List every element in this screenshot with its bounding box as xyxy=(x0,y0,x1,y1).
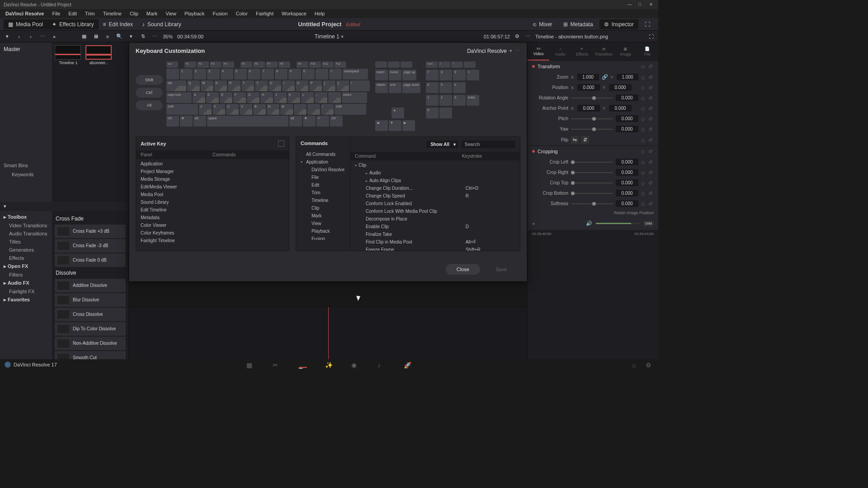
volume-slider[interactable] xyxy=(596,223,640,224)
tree-item[interactable]: Audio Transitions xyxy=(0,230,52,238)
timeline-tracks[interactable] xyxy=(129,307,527,361)
keyboard-key[interactable]: F2 xyxy=(197,61,209,68)
tree-item[interactable]: Filters xyxy=(0,271,52,279)
list-item[interactable]: Playback xyxy=(296,227,350,235)
command-row[interactable]: ▸Auto Align Clips xyxy=(350,177,520,184)
list-item[interactable]: Trim xyxy=(296,189,350,197)
dropdown-icon[interactable]: ▾ xyxy=(4,33,11,40)
value-input[interactable]: 0.000 xyxy=(577,84,600,91)
keyboard-key[interactable] xyxy=(401,61,412,68)
preset-dropdown[interactable]: DaVinci Resolve xyxy=(467,48,507,54)
keyboard-key[interactable]: caps lock xyxy=(166,92,192,103)
keyboard-key[interactable]: . xyxy=(439,108,452,118)
keyboard-key[interactable]: F xyxy=(233,92,246,103)
keyboard-key[interactable]: T xyxy=(241,80,254,91)
menu-edit[interactable]: Edit xyxy=(65,10,80,17)
command-row[interactable]: Conform Lock Enabled xyxy=(350,200,520,207)
keyboard-key[interactable]: enter xyxy=(467,95,479,106)
tab-file[interactable]: 📄File xyxy=(637,42,658,61)
list-item[interactable]: Timeline xyxy=(296,197,350,204)
keyboard-key[interactable]: \ xyxy=(350,80,370,91)
options-icon[interactable]: ⋯ xyxy=(515,48,520,54)
keyboard-key[interactable]: num xyxy=(426,61,438,68)
menu-clip[interactable]: Clip xyxy=(126,10,142,17)
panel-toggle-icon[interactable]: ▾ xyxy=(4,203,6,209)
keyboard-key[interactable]: alt xyxy=(289,116,302,127)
slider[interactable] xyxy=(571,203,613,204)
keyboard-key[interactable]: Z xyxy=(199,104,212,115)
keyboard-key[interactable]: ▲ xyxy=(392,108,404,118)
enable-dot[interactable] xyxy=(532,65,535,68)
value-input[interactable]: 1.000 xyxy=(577,74,599,80)
value-input[interactable]: 0.000 xyxy=(616,200,638,207)
keyboard-key[interactable]: 7 xyxy=(426,70,439,80)
keyboard-key[interactable]: [ xyxy=(323,80,335,91)
value-input[interactable]: 0.000 xyxy=(616,179,638,186)
minimize-icon[interactable]: — xyxy=(627,2,633,7)
slider[interactable] xyxy=(571,183,613,183)
flip-v-icon[interactable]: ⇵ xyxy=(581,136,589,144)
keyboard-key[interactable]: ≡ xyxy=(316,116,329,127)
keyboard-key[interactable]: W xyxy=(201,80,213,91)
alt-modifier[interactable]: Alt xyxy=(136,100,163,110)
menu-fairlight[interactable]: Fairlight xyxy=(252,10,277,17)
keyboard-key[interactable]: 9 xyxy=(288,69,301,80)
checkbox[interactable] xyxy=(278,141,284,147)
keyboard-key[interactable]: 2 xyxy=(439,95,452,106)
inspector-timeline[interactable] xyxy=(528,239,658,361)
slider[interactable] xyxy=(571,118,613,119)
keyboard-key[interactable]: 4 xyxy=(221,69,233,80)
filter-dropdown[interactable]: Show All ▾ xyxy=(427,141,458,148)
keyboard-key[interactable]: Q xyxy=(187,80,200,91)
view-thumb-icon[interactable]: ▦ xyxy=(80,33,88,40)
keyboard-key[interactable]: esc xyxy=(166,61,178,68)
effect-item[interactable]: Dip To Color Dissolve xyxy=(55,322,126,336)
keyboard-key[interactable]: Y xyxy=(255,80,268,91)
next-icon[interactable]: › xyxy=(27,33,34,40)
deliver-page-icon[interactable]: 🚀 xyxy=(404,361,412,368)
keyboard-key[interactable]: O xyxy=(296,80,308,91)
maximize-icon[interactable]: □ xyxy=(638,2,644,7)
tab-effects[interactable]: ✦Effects xyxy=(571,42,593,61)
flip-h-icon[interactable]: ⇋ xyxy=(571,136,579,144)
keyboard-key[interactable]: / xyxy=(439,61,450,68)
keyboard-key[interactable]: - xyxy=(464,61,476,68)
value-input[interactable]: 0.000 xyxy=(609,105,632,112)
menu-trim[interactable]: Trim xyxy=(81,10,99,17)
keyframe-icon[interactable]: ◇ xyxy=(641,201,646,206)
ctrl-modifier[interactable]: Ctrl xyxy=(136,88,163,98)
value-input[interactable]: 0.000 xyxy=(609,84,632,91)
view-list-icon[interactable]: ≡ xyxy=(104,33,111,40)
search-input[interactable]: Search xyxy=(461,141,515,148)
list-item[interactable]: Metadata xyxy=(136,214,289,221)
save-button[interactable]: Save xyxy=(485,264,518,275)
keyframe-icon[interactable]: ◇ xyxy=(641,191,646,196)
keyboard-key[interactable] xyxy=(375,61,387,68)
effect-item[interactable]: Cross Fade 0 dB xyxy=(55,253,126,267)
menu-timeline[interactable]: Timeline xyxy=(99,10,125,17)
keyboard-key[interactable]: ◀ xyxy=(375,120,388,131)
value-input[interactable]: 0.000 xyxy=(577,105,600,112)
effect-item[interactable]: Non-Additive Dissolve xyxy=(55,337,126,350)
list-item[interactable]: Mark xyxy=(296,212,350,220)
keyboard-key[interactable]: M xyxy=(280,104,293,115)
tree-item[interactable]: ▸ Open FX xyxy=(0,262,52,271)
keyframe-icon[interactable]: ◇ xyxy=(641,170,646,175)
more3-icon[interactable]: ⋯ xyxy=(524,33,532,40)
list-item[interactable]: Media Pool xyxy=(136,191,289,198)
keyboard-key[interactable]: K xyxy=(288,92,300,103)
keyboard-key[interactable]: . xyxy=(307,104,320,115)
keyframe-icon[interactable]: ◇ xyxy=(641,85,646,90)
keyboard-key[interactable] xyxy=(388,61,400,68)
home-icon[interactable]: ⌂ xyxy=(632,361,640,368)
speaker-icon[interactable]: 🔊 xyxy=(586,221,592,226)
keyboard-key[interactable]: ▼ xyxy=(389,120,401,131)
playhead[interactable] xyxy=(328,307,329,361)
reset-icon[interactable]: ↺ xyxy=(648,191,654,196)
command-row[interactable]: Enable ClipD xyxy=(350,223,520,230)
value-input[interactable]: 0.000 xyxy=(616,94,638,101)
sound-library-button[interactable]: ♪Sound Library xyxy=(137,19,186,29)
command-row[interactable]: ▸Audio xyxy=(350,169,520,177)
command-row[interactable]: Finalize Take xyxy=(350,230,520,238)
keyboard-key[interactable]: R xyxy=(228,80,241,91)
